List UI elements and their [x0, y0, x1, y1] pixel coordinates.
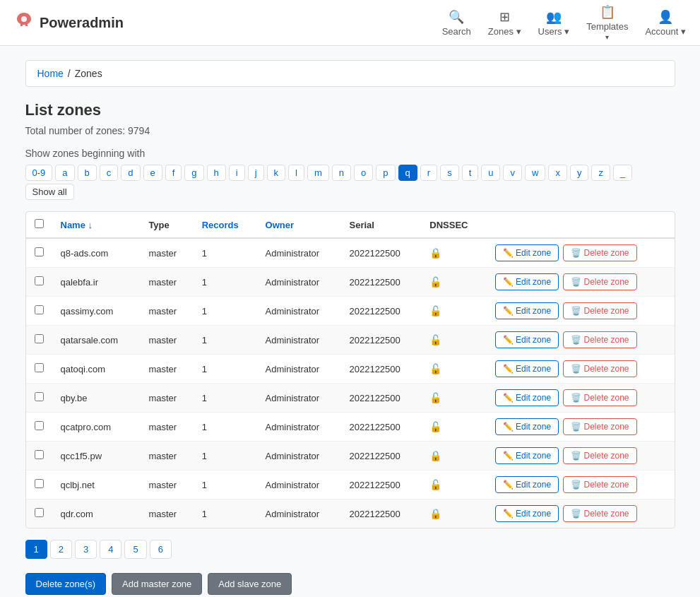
add-slave-zone-button[interactable]: Add slave zone	[208, 573, 292, 595]
table-row: qclbj.net master 1 Administrator 2022122…	[26, 471, 675, 500]
letter-btn-t[interactable]: t	[462, 165, 479, 181]
letter-btn-i[interactable]: i	[229, 165, 245, 181]
delete-zone-btn-4[interactable]: 🗑️ Delete zone	[563, 360, 636, 377]
letter-btn-n[interactable]: n	[332, 165, 351, 181]
letter-btn-f[interactable]: f	[165, 165, 182, 181]
letter-btn-e[interactable]: e	[143, 165, 162, 181]
cell-owner-1: Administrator	[257, 268, 341, 297]
delete-zones-button[interactable]: Delete zone(s)	[25, 573, 107, 595]
letter-btn-b[interactable]: b	[78, 165, 97, 181]
letter-btn-l[interactable]: l	[288, 165, 304, 181]
cell-dnssec-4: 🔓	[421, 355, 486, 384]
letter-btn-k[interactable]: k	[267, 165, 286, 181]
letter-btn-v[interactable]: v	[503, 165, 522, 181]
row-checkbox-1[interactable]	[35, 276, 44, 285]
letter-btn-j[interactable]: j	[248, 165, 264, 181]
select-all-checkbox[interactable]	[35, 219, 44, 228]
row-actions-9: ✏️ Edit zone 🗑️ Delete zone	[495, 505, 666, 522]
page-btn-1[interactable]: 1	[25, 540, 47, 559]
page-btn-2[interactable]: 2	[50, 540, 72, 559]
nav-search[interactable]: 🔍 Search	[442, 9, 471, 37]
row-checkbox-9[interactable]	[35, 508, 44, 517]
show-all-btn[interactable]: Show all	[25, 184, 74, 200]
delete-zone-btn-1[interactable]: 🗑️ Delete zone	[563, 273, 636, 290]
cell-serial-3: 2022122500	[340, 326, 421, 355]
edit-zone-btn-6[interactable]: ✏️ Edit zone	[495, 418, 559, 435]
delete-zone-btn-6[interactable]: 🗑️ Delete zone	[563, 418, 636, 435]
letter-btn-m[interactable]: m	[307, 165, 329, 181]
row-checkbox-6[interactable]	[35, 421, 44, 430]
table-row: qalebfa.ir master 1 Administrator 202212…	[26, 268, 675, 297]
edit-zone-btn-4[interactable]: ✏️ Edit zone	[495, 360, 559, 377]
add-master-zone-button[interactable]: Add master zone	[112, 573, 202, 595]
cell-owner-0: Administrator	[257, 238, 341, 268]
col-owner-header[interactable]: Owner	[266, 220, 294, 230]
edit-zone-btn-3[interactable]: ✏️ Edit zone	[495, 331, 559, 348]
delete-zone-btn-5[interactable]: 🗑️ Delete zone	[563, 389, 636, 406]
brand-logo-link[interactable]: Poweradmin	[14, 11, 124, 35]
page-btn-6[interactable]: 6	[150, 540, 172, 559]
delete-zone-btn-9[interactable]: 🗑️ Delete zone	[563, 505, 636, 522]
edit-zone-btn-1[interactable]: ✏️ Edit zone	[495, 273, 559, 290]
row-checkbox-2[interactable]	[35, 305, 44, 314]
edit-zone-btn-8[interactable]: ✏️ Edit zone	[495, 476, 559, 493]
page-subtitle: Total number of zones: 9794	[25, 125, 675, 136]
cell-records-9: 1	[194, 500, 257, 528]
letter-btn-a[interactable]: a	[55, 165, 74, 181]
letter-btn-u[interactable]: u	[481, 165, 500, 181]
delete-zone-btn-2[interactable]: 🗑️ Delete zone	[563, 302, 636, 319]
row-checkbox-8[interactable]	[35, 479, 44, 488]
templates-icon: 📋	[600, 4, 615, 20]
nav-account[interactable]: 👤 Account ▾	[645, 9, 686, 37]
letter-btn-q[interactable]: q	[398, 165, 417, 181]
page-title: List zones	[25, 101, 675, 119]
cell-owner-7: Administrator	[257, 442, 341, 471]
letter-btn-s[interactable]: s	[440, 165, 459, 181]
letter-btn-d[interactable]: d	[121, 165, 140, 181]
letter-btn-g[interactable]: g	[184, 165, 203, 181]
letter-btn-0x9[interactable]: 0-9	[25, 165, 53, 181]
nav-users[interactable]: 👥 Users ▾	[538, 9, 570, 37]
row-checkbox-7[interactable]	[35, 450, 44, 459]
delete-zone-btn-8[interactable]: 🗑️ Delete zone	[563, 476, 636, 493]
letter-btn-y[interactable]: y	[570, 165, 589, 181]
letter-btn-o[interactable]: o	[354, 165, 373, 181]
page-btn-3[interactable]: 3	[75, 540, 97, 559]
row-checkbox-5[interactable]	[35, 392, 44, 401]
col-dnssec-header: DNSSEC	[429, 220, 468, 230]
table-row: qatarsale.com master 1 Administrator 202…	[26, 326, 675, 355]
letter-btn-x[interactable]: _	[613, 165, 632, 181]
zones-table: Name ↓ Type Records Owner Serial DNSSEC …	[26, 212, 675, 528]
row-checkbox-0[interactable]	[35, 247, 44, 256]
edit-zone-btn-0[interactable]: ✏️ Edit zone	[495, 244, 559, 261]
edit-zone-btn-7[interactable]: ✏️ Edit zone	[495, 447, 559, 464]
cell-serial-6: 2022122500	[340, 413, 421, 442]
page-btn-4[interactable]: 4	[100, 540, 121, 559]
letter-btn-h[interactable]: h	[207, 165, 226, 181]
row-checkbox-3[interactable]	[35, 334, 44, 343]
cell-dnssec-3: 🔓	[421, 326, 486, 355]
row-checkbox-4[interactable]	[35, 363, 44, 372]
letter-btn-z[interactable]: z	[591, 165, 610, 181]
breadcrumb-home[interactable]: Home	[37, 68, 64, 79]
letter-btn-r[interactable]: r	[420, 165, 437, 181]
edit-zone-btn-5[interactable]: ✏️ Edit zone	[495, 389, 559, 406]
edit-zone-btn-2[interactable]: ✏️ Edit zone	[495, 302, 559, 319]
letter-btn-x[interactable]: x	[548, 165, 567, 181]
letter-btn-p[interactable]: p	[376, 165, 395, 181]
cell-name-1: qalebfa.ir	[52, 268, 141, 297]
delete-zone-btn-0[interactable]: 🗑️ Delete zone	[563, 244, 636, 261]
col-records-header[interactable]: Records	[202, 220, 239, 230]
page-btn-5[interactable]: 5	[124, 540, 146, 559]
letter-btn-c[interactable]: c	[100, 165, 119, 181]
cell-type-6: master	[140, 413, 193, 442]
nav-zones[interactable]: ⊞ Zones ▾	[488, 9, 521, 37]
delete-zone-btn-3[interactable]: 🗑️ Delete zone	[563, 331, 636, 348]
nav-templates[interactable]: 📋 Templates ▾	[586, 4, 628, 41]
letter-btn-w[interactable]: w	[525, 165, 545, 181]
cell-records-7: 1	[194, 442, 257, 471]
edit-zone-btn-9[interactable]: ✏️ Edit zone	[495, 505, 559, 522]
delete-zone-btn-7[interactable]: 🗑️ Delete zone	[563, 447, 636, 464]
cell-dnssec-9: 🔒	[421, 500, 486, 528]
col-name-header[interactable]: Name ↓	[61, 220, 93, 230]
